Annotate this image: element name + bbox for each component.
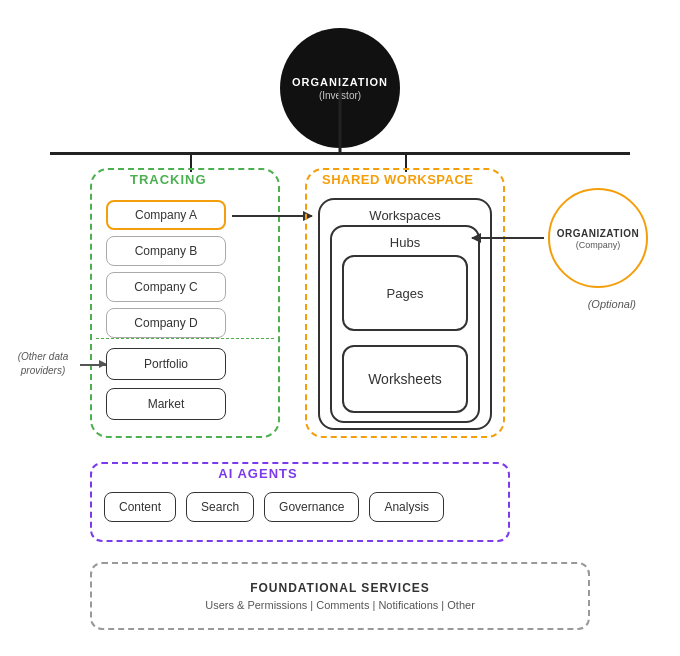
pages-text: Pages	[387, 286, 424, 301]
company-item-c: Company C	[106, 272, 226, 302]
arrow-from-company	[472, 237, 544, 239]
company-item-a: Company A	[106, 200, 226, 230]
analysis-btn[interactable]: Analysis	[369, 492, 444, 522]
pages-box: Pages	[342, 255, 468, 331]
company-item-d: Company D	[106, 308, 226, 338]
other-data-label: (Other data providers)	[8, 350, 78, 378]
ai-agents-label: AI AGENTS	[218, 466, 297, 481]
foundational-box: FOUNDATIONAL SERVICES Users & Permission…	[90, 562, 590, 630]
company-item-b: Company B	[106, 236, 226, 266]
workspaces-text: Workspaces	[369, 208, 440, 223]
worksheets-text: Worksheets	[368, 371, 442, 387]
org-company-circle: ORGANIZATION (Company)	[548, 188, 648, 288]
optional-label: (Optional)	[588, 298, 636, 310]
org-company-title: ORGANIZATION	[557, 227, 639, 240]
company-list: Company A Company B Company C Company D	[106, 200, 226, 338]
org-company-subtitle: (Company)	[576, 240, 621, 250]
governance-btn[interactable]: Governance	[264, 492, 359, 522]
tracking-separator	[96, 338, 274, 339]
worksheets-box: Worksheets	[342, 345, 468, 413]
foundational-title: FOUNDATIONAL SERVICES	[250, 581, 430, 595]
bottom-boxes: Portfolio Market	[106, 348, 226, 420]
portfolio-box: Portfolio	[106, 348, 226, 380]
vertical-line-top	[339, 88, 342, 152]
diagram: ORGANIZATION (Investor) TRACKING Company…	[0, 0, 680, 656]
hubs-text: Hubs	[390, 235, 420, 250]
search-btn[interactable]: Search	[186, 492, 254, 522]
arrow-to-shared	[232, 215, 312, 217]
market-box: Market	[106, 388, 226, 420]
foundational-items: Users & Permissions | Comments | Notific…	[205, 599, 475, 611]
tracking-label: TRACKING	[130, 172, 207, 187]
arrow-other-data	[80, 364, 106, 366]
ai-agents-buttons: Content Search Governance Analysis	[104, 492, 444, 522]
shared-workspace-label: SHARED WORKSPACE	[322, 172, 474, 187]
content-btn[interactable]: Content	[104, 492, 176, 522]
horizontal-line	[50, 152, 630, 155]
